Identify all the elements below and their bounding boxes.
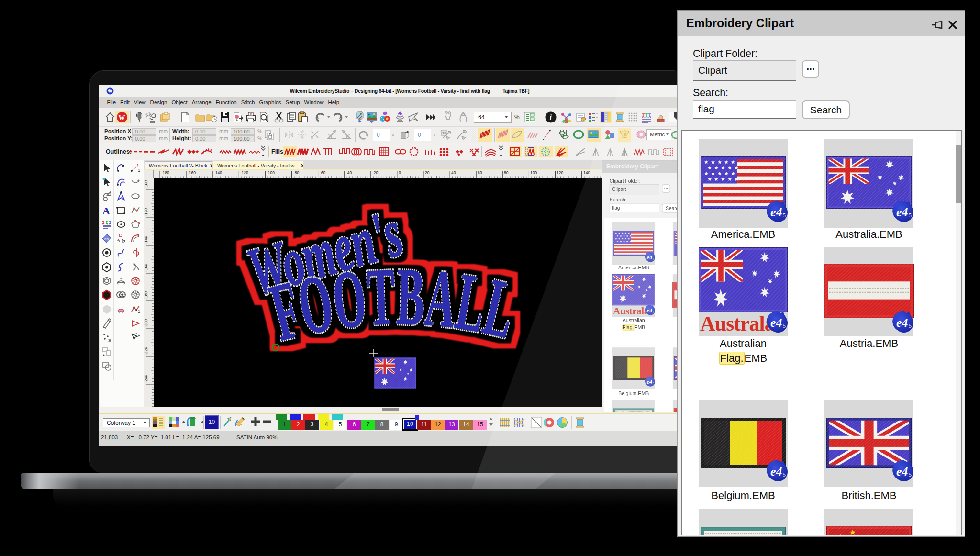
svg-text:W: W (119, 114, 125, 122)
svg-text:-220: -220 (144, 347, 148, 355)
svg-text:-140: -140 (144, 236, 148, 244)
svg-text:-160: -160 (188, 170, 196, 175)
svg-text:ab: ab (104, 237, 109, 241)
svg-text:60: 60 (478, 170, 482, 175)
svg-text:-100: -100 (144, 180, 148, 189)
svg-text:-160: -160 (144, 264, 148, 272)
svg-text:1: 1 (138, 168, 140, 173)
svg-text:0: 0 (399, 170, 401, 175)
svg-text:-180: -180 (144, 291, 148, 300)
svg-text:-180: -180 (161, 170, 169, 175)
svg-text:-200: -200 (144, 319, 148, 327)
svg-text:-240: -240 (144, 375, 148, 383)
svg-text:-120: -120 (144, 208, 148, 216)
svg-text:-60: -60 (320, 170, 326, 175)
svg-text:i: i (550, 113, 552, 122)
svg-text:-100: -100 (267, 170, 275, 175)
svg-text:-120: -120 (240, 170, 248, 175)
svg-text:A: A (102, 205, 110, 216)
svg-text:120: 120 (557, 170, 563, 175)
svg-text:-40: -40 (346, 170, 352, 175)
svg-text:-80: -80 (293, 170, 300, 175)
svg-text:1: 1 (138, 309, 140, 314)
svg-text:-140: -140 (214, 170, 222, 175)
svg-text:-20: -20 (372, 170, 379, 175)
svg-text:20: 20 (425, 170, 430, 175)
svg-text:CC: CC (119, 293, 125, 298)
svg-text:10: 10 (442, 131, 447, 135)
svg-text:80: 80 (504, 170, 509, 175)
svg-text:40: 40 (451, 170, 456, 175)
svg-text:100: 100 (530, 170, 537, 175)
svg-text:140: 140 (583, 170, 590, 175)
